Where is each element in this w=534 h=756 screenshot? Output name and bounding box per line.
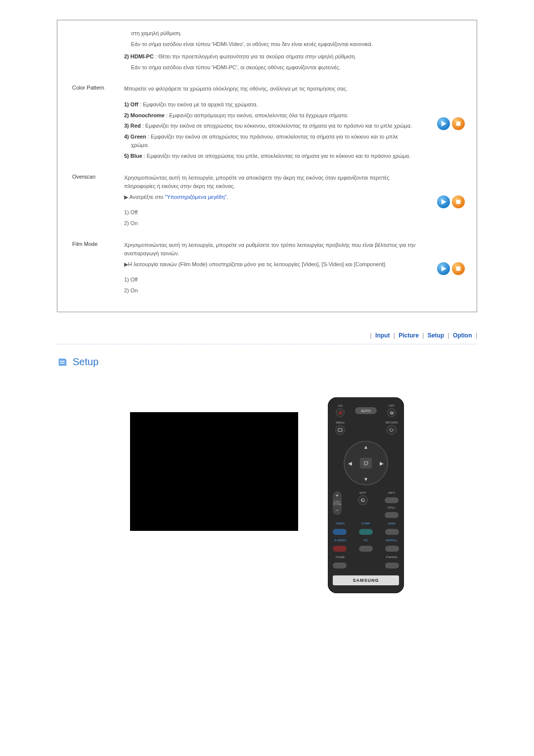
page: στη χαμηλή ρύθμιση. Εάν το σήμα εισόδου … [57,0,477,623]
cp-red-b: 3) Red [124,123,141,129]
row-overscan: Overscan Χρησιμοποιώντας αυτή τη λειτουρ… [72,174,462,230]
dpad: ▲ ▼ ◀ ▶ [344,441,388,485]
pmode-button[interactable] [385,563,399,568]
setup-media-area: ON AUTO OFF MENU RETURN [57,397,477,593]
divider [57,344,477,344]
remote-brand: SAMSUNG [333,575,399,585]
power-off-button[interactable] [387,408,396,417]
label-overscan: Overscan [72,174,124,230]
film-mode-on: 2) On [124,286,417,295]
supported-sizes-link[interactable]: "Υποστηριζόμενα μεγέθη" [165,194,226,200]
info-button[interactable] [385,497,399,503]
hdmi-video-tail-2: Εάν το σήμα εισόδου είναι τύπου 'HDMI-Vi… [124,40,417,49]
overscan-on: 2) On [124,219,417,228]
nav-sep: | [476,332,477,339]
remote-src-row-3 [333,563,399,568]
hdmi-pc-body-2: Εάν το σήμα εισόδου είναι τύπου 'HDMI-PC… [124,63,417,72]
remote-control: ON AUTO OFF MENU RETURN [328,397,404,593]
svg-rect-0 [456,122,460,126]
nav-option[interactable]: Option [451,332,474,339]
play-icon[interactable] [437,262,450,275]
stop-icon[interactable] [452,195,465,208]
hdmi-label: HDMI [384,522,399,525]
dpad-up[interactable]: ▲ [363,444,368,450]
ref-post: . [226,194,228,200]
label-color-pattern: Color Pattern [72,85,124,162]
cp-blue-b: 5) Blue [124,153,142,159]
cp-mono-t: : Εμφανίζει ασπρόμαυρη την εικόνα, αποκλ… [165,112,349,118]
nav-picture[interactable]: Picture [397,332,421,339]
overscan-list: 1) Off 2) On [124,208,417,228]
section-nav: | Input | Picture | Setup | Option | [57,332,477,339]
cp-green-b: 4) Green [124,134,146,140]
setup-title: Setup [73,356,98,368]
minus-icon: − [336,508,339,513]
dpad-down[interactable]: ▼ [363,476,368,482]
pmode-label: P.MODE [384,556,399,559]
film-mode-intro: Χρησιμοποιώντας αυτή τη λειτουργία, μπορ… [124,241,417,258]
remote-on-label: ON [333,404,348,407]
svideo-label: S-VIDEO [333,539,348,542]
cp-off-t: : Εμφανίζει την εικόνα με τα αρχικά της … [138,101,258,107]
cp-item-red: 3) Red : Εμφανίζει την εικόνα σε αποχρώσ… [124,122,417,131]
remote-power-row: ON AUTO OFF [333,404,399,417]
dpad-right[interactable]: ▶ [380,461,384,466]
film-mode-action-icons [437,262,465,275]
vkeystone-rocker[interactable]: + V.KEY-STONE − [333,491,342,515]
return-button[interactable] [387,425,397,435]
label-film-mode: Film Mode [72,241,124,297]
exit-button[interactable] [358,495,368,505]
power-on-button[interactable] [336,408,345,417]
comp-button[interactable] [359,529,373,535]
hdmi-partial-desc: στη χαμηλή ρύθμιση. Εάν το σήμα εισόδου … [124,29,462,74]
overscan-intro: Χρησιμοποιώντας αυτή τη λειτουργία, μπορ… [124,174,417,191]
psize-label: P.SIZE [333,556,348,559]
remote-src-labels-2: S-VIDEO PC INSTALL [333,539,399,542]
cp-item-blue: 5) Blue : Εμφανίζει την εικόνα σε αποχρώ… [124,152,417,161]
color-pattern-intro: Μπορείτε να φιλτράρετε τα χρώματα ολόκλη… [124,85,417,94]
nav-sep: | [394,332,395,339]
pc-label: PC [358,539,373,542]
remote-src-labels-3: P.SIZE P.MODE [333,556,399,559]
dpad-left[interactable]: ◀ [348,461,352,466]
stop-icon[interactable] [452,117,465,130]
setup-header: Setup [57,356,477,368]
row-film-mode: Film Mode Χρησιμοποιώντας αυτή τη λειτου… [72,241,462,297]
remote-info-label: INFO [384,491,399,494]
auto-button[interactable]: AUTO [355,407,377,414]
film-mode-note: ▶Η λειτουργία ταινιών (Film Mode) υποστη… [124,260,417,269]
plus-icon: + [336,493,339,498]
overscan-action-icons [437,195,465,208]
remote-mid-row: + V.KEY-STONE − EXIT INFO STILL [333,491,399,518]
film-mode-list: 1) Off 2) On [124,276,417,295]
menu-button[interactable] [335,425,345,435]
hdmi-button[interactable] [385,529,399,535]
still-button[interactable] [385,512,399,518]
pc-button[interactable] [359,546,373,552]
remote-src-row-2 [333,546,399,552]
install-button[interactable] [385,546,399,552]
remote-return-label: RETURN [384,421,399,424]
remote-off-label: OFF [384,404,399,407]
svideo-button[interactable] [333,546,347,552]
cp-blue-t: : Εμφανίζει την εικόνα σε αποχρώσεις του… [142,153,411,159]
hdmi-black-level-partial: στη χαμηλή ρύθμιση. Εάν το σήμα εισόδου … [72,29,462,74]
hdmi-pc-label: 2) HDMI-PC [124,53,154,59]
nav-input[interactable]: Input [373,332,392,339]
nav-sep: | [370,332,372,339]
video-button[interactable] [333,529,347,535]
empty-label [72,29,124,74]
nav-sep: | [422,332,424,339]
play-icon[interactable] [437,117,450,130]
remote-src-row-1 [333,529,399,535]
cp-green-t: : Εμφανίζει την εικόνα σε αποχρώσεις του… [131,134,398,148]
dpad-enter[interactable] [360,458,372,469]
color-pattern-list: 1) Off : Εμφανίζει την εικόνα με τα αρχι… [124,100,417,161]
stop-icon[interactable] [452,262,465,275]
play-icon[interactable] [437,195,450,208]
svg-rect-3 [338,428,342,431]
psize-button[interactable] [333,563,347,568]
overscan-ref: ▶ Ανατρέξτε στο "Υποστηριζόμενα μεγέθη". [124,193,417,202]
nav-setup[interactable]: Setup [426,332,446,339]
remote-menu-label: MENU [333,421,348,424]
